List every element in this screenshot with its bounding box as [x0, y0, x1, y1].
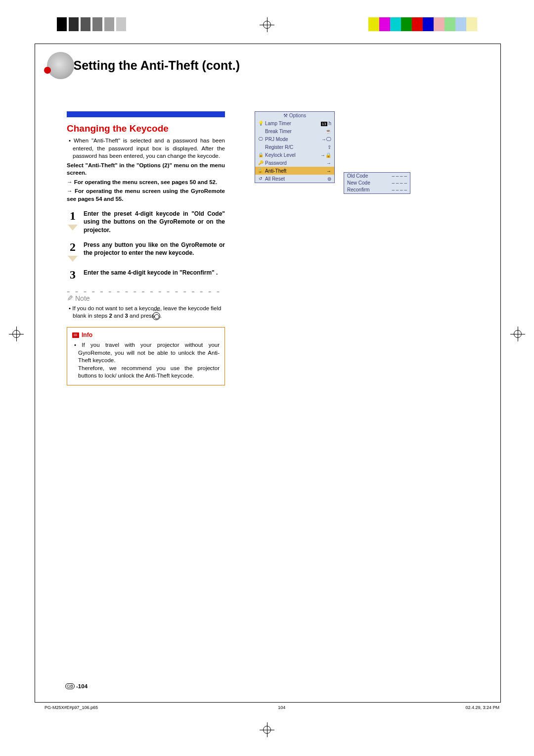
enter-button-label: ENTER — [157, 309, 160, 312]
new-code-label: New Code — [347, 180, 370, 186]
menu-row: 🔐Anti-Theft→ — [255, 167, 334, 175]
menu-item-label: Password — [265, 160, 287, 166]
footer-page: 104 — [278, 705, 285, 710]
instruction-select: Select "Anti-Theft" in the "Options (2)"… — [67, 162, 225, 177]
note-text: • If you do not want to set a keycode, l… — [67, 305, 225, 321]
code-row-new: New Code – – – – — [344, 180, 410, 187]
screen-icon: 🖵 — [258, 137, 263, 142]
step-text: Enter the preset 4-digit keycode in "Old… — [84, 210, 225, 234]
lock-icon: 🔒 — [258, 152, 263, 157]
code-row-reconfirm: Reconfirm – – – – — [344, 187, 410, 193]
section-title: Changing the Keycode — [67, 123, 225, 134]
registration-mark-left — [9, 327, 24, 341]
menu-item-value: →🖵 — [321, 137, 331, 142]
page-number-value: -104 — [76, 683, 88, 689]
page-heading: Setting the Anti-Theft (cont.) — [47, 52, 240, 79]
reconfirm-value: – – – – — [392, 187, 407, 193]
step-1: 1 Enter the preset 4-digit keycode in "O… — [67, 210, 225, 234]
intro-paragraph: • When "Anti-Theft" is selected and a pa… — [67, 137, 225, 160]
menu-row: 🖵PRJ Mode→🖵 — [255, 135, 334, 143]
new-code-value: – – – – — [392, 180, 407, 186]
menu-row: ↺All Reset⊚ — [255, 175, 334, 183]
printer-marks-top — [0, 17, 534, 37]
old-code-label: Old Code — [347, 173, 368, 179]
theft-icon: 🔐 — [258, 168, 263, 173]
pencil-icon: ✎ — [67, 294, 73, 303]
grayscale-calibration-bars — [57, 17, 126, 31]
step-number: 1 — [67, 210, 79, 222]
step-2: 2 Press any button you like on the GyroR… — [67, 241, 225, 262]
step-text: Press any button you like on the GyroRem… — [84, 241, 225, 262]
page-number: GB -104 — [65, 683, 88, 689]
footer-filename: PG-M25X#E#p97_106.p65 — [44, 705, 98, 710]
menu-item-label: Anti-Theft — [265, 168, 286, 174]
info-label: Info — [82, 331, 92, 338]
book-icon — [72, 332, 79, 338]
lamp-icon: 💡 — [258, 121, 263, 126]
menu-item-value: → — [326, 168, 331, 174]
registration-mark-top — [260, 17, 274, 32]
menu-item-label: Lamp Timer — [265, 121, 291, 126]
registration-mark-bottom — [260, 722, 274, 737]
instruction-ref1: → For operating the menu screen, see pag… — [67, 179, 225, 187]
options-menu-screenshot: ⚒ Options 💡Lamp Timer13 hBreak Timer☕🖵PR… — [255, 111, 335, 183]
enter-button-icon — [152, 312, 160, 320]
footer-info: PG-M25X#E#p97_106.p65 104 02.4.29, 3:24 … — [44, 702, 499, 710]
note-heading: ✎ Note — [67, 294, 225, 303]
reset-icon: ↺ — [258, 176, 263, 181]
code-row-old: Old Code – – – – — [344, 173, 410, 180]
step-number: 3 — [67, 269, 79, 281]
menu-item-value: →🔒 — [320, 152, 331, 158]
info-heading: Info — [72, 331, 220, 338]
menu-row: 🔒Keylock Level→🔒 — [255, 151, 334, 159]
menu-row: Break Timer☕ — [255, 127, 334, 135]
heading-bullet-icon — [47, 52, 74, 79]
instruction-ref2: → For operating the menu screen using th… — [67, 188, 225, 203]
page-title: Setting the Anti-Theft (cont.) — [73, 58, 240, 73]
footer-datetime: 02.4.29, 3:24 PM — [465, 705, 499, 710]
registration-mark-right — [510, 327, 525, 341]
step-number: 2 — [67, 241, 79, 253]
info-text: • If you travel with your projector with… — [72, 341, 220, 380]
menu-item-value: 13 h — [321, 121, 331, 126]
menu-item-value: → — [326, 160, 331, 166]
step-arrow-icon — [68, 256, 78, 262]
menu-item-label: Keylock Level — [265, 152, 296, 158]
menu-row: 💡Lamp Timer13 h — [255, 119, 334, 127]
section-divider-bar — [67, 111, 225, 117]
step-arrow-icon — [68, 225, 78, 231]
menu-item-value: ⇪ — [327, 144, 331, 150]
menu-item-label: Break Timer — [265, 129, 292, 134]
region-badge: GB — [65, 683, 75, 689]
menu-item-label: PRJ Mode — [265, 137, 288, 142]
step-3: 3 Enter the same 4-digit keycode in "Rec… — [67, 269, 225, 281]
tools-icon: ⚒ — [283, 113, 288, 118]
keycode-entry-box: Old Code – – – – New Code – – – – Reconf… — [344, 172, 410, 194]
dotted-divider: ■ ■ ■ ■ ■ ■ ■ ■ ■ ■ ■ ■ ■ ■ ■ ■ ■ ■ ■ ■ … — [67, 289, 225, 292]
menu-item-label: All Reset — [265, 176, 285, 182]
step-text: Enter the same 4-digit keycode in "Recon… — [84, 269, 218, 281]
content-left-column: Changing the Keycode • When "Anti-Theft"… — [67, 111, 225, 385]
note-label: Note — [75, 294, 90, 302]
menu-row: 🔑Password→ — [255, 159, 334, 167]
menu-item-value: ⊚ — [327, 176, 331, 182]
menu-item-value: ☕ — [325, 129, 331, 134]
menu-title: ⚒ Options — [255, 112, 334, 119]
reconfirm-label: Reconfirm — [347, 187, 370, 193]
old-code-value: – – – – — [392, 173, 407, 179]
menu-item-label: Register R/C — [265, 144, 293, 150]
key-icon: 🔑 — [258, 160, 263, 165]
color-calibration-bars — [368, 17, 477, 31]
menu-row: Register R/C⇪ — [255, 143, 334, 151]
info-box: Info • If you travel with your projector… — [67, 327, 225, 385]
